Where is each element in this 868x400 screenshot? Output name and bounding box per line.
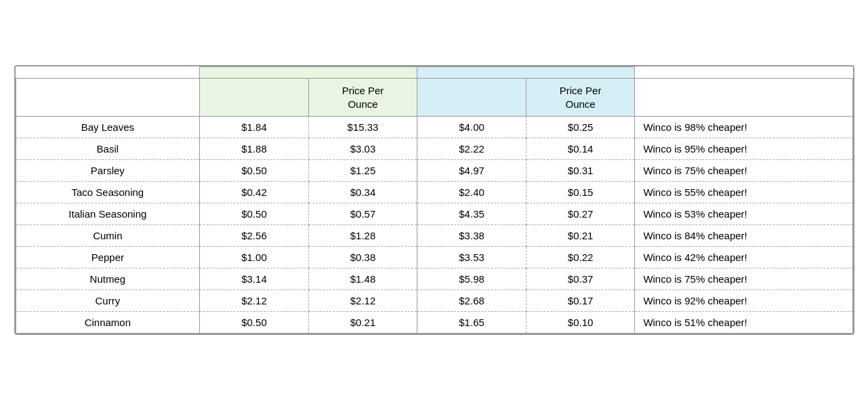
winco-item-price: $2.22: [417, 138, 526, 160]
sub-header-row: Price PerOunce Price PerOunce: [16, 79, 852, 117]
item-name: Nutmeg: [16, 268, 200, 290]
item-name: Taco Seasoning: [16, 182, 200, 203]
winco-ppo: $0.27: [526, 203, 635, 225]
pct-diff-value: Winco is 95% cheaper!: [635, 138, 852, 160]
winco-ppo: $0.14: [526, 138, 635, 160]
item-name: Basil: [16, 138, 200, 160]
pct-diff-value: Winco is 53% cheaper!: [635, 203, 852, 225]
winco-ppo: $0.25: [526, 117, 635, 138]
empty-header-right: [635, 67, 852, 79]
winco-ppo: $0.31: [526, 160, 635, 182]
walmart-ppo: $2.12: [308, 290, 417, 312]
walmart-item-price: $0.50: [200, 312, 309, 334]
table-row: Pepper$1.00$0.38$3.53$0.22Winco is 42% c…: [16, 247, 852, 268]
walmart-item-price: $2.12: [200, 290, 309, 312]
table-row: Taco Seasoning$0.42$0.34$2.40$0.15Winco …: [16, 182, 852, 203]
item-name: Bay Leaves: [16, 117, 200, 138]
walmart-ppo: $1.28: [308, 225, 417, 247]
winco-ppo: $0.22: [526, 247, 635, 268]
item-name: Curry: [16, 290, 200, 312]
walmart-item-price: $1.00: [200, 247, 309, 268]
winco-ppo: $0.37: [526, 268, 635, 290]
walmart-item-price: $0.50: [200, 203, 309, 225]
winco-item-price: $1.65: [417, 312, 526, 334]
walmart-ppo: $1.25: [308, 160, 417, 182]
walmart-item-price: $0.42: [200, 182, 309, 203]
walmart-item-price: $1.84: [200, 117, 309, 138]
item-name: Parsley: [16, 160, 200, 182]
winco-item-price: $2.68: [417, 290, 526, 312]
walmart-item-price: $2.56: [200, 225, 309, 247]
walmart-item-price-header: [200, 79, 309, 117]
table-row: Cumin$2.56$1.28$3.38$0.21Winco is 84% ch…: [16, 225, 852, 247]
pct-diff-value: Winco is 84% cheaper!: [635, 225, 852, 247]
pct-difference-header: [635, 79, 852, 117]
walmart-ppo: $0.34: [308, 182, 417, 203]
winco-item-price: $2.40: [417, 182, 526, 203]
pct-diff-value: Winco is 55% cheaper!: [635, 182, 852, 203]
winco-ppo: $0.17: [526, 290, 635, 312]
winco-item-price: $4.35: [417, 203, 526, 225]
comparison-table-wrapper: Price PerOunce Price PerOunce Bay Leaves…: [14, 65, 854, 335]
walmart-ppo: $15.33: [308, 117, 417, 138]
winco-ppo-header: Price PerOunce: [526, 79, 635, 117]
pct-diff-value: Winco is 98% cheaper!: [635, 117, 852, 138]
winco-ppo: $0.10: [526, 312, 635, 334]
walmart-item-price: $0.50: [200, 160, 309, 182]
walmart-item-price: $3.14: [200, 268, 309, 290]
winco-item-price: $4.97: [417, 160, 526, 182]
pct-diff-value: Winco is 75% cheaper!: [635, 160, 852, 182]
item-name: Italian Seasoning: [16, 203, 200, 225]
pct-diff-value: Winco is 75% cheaper!: [635, 268, 852, 290]
table-body: Bay Leaves$1.84$15.33$4.00$0.25Winco is …: [16, 117, 852, 334]
table-row: Bay Leaves$1.84$15.33$4.00$0.25Winco is …: [16, 117, 852, 138]
empty-header-left: [16, 67, 200, 79]
table-row: Parsley$0.50$1.25$4.97$0.31Winco is 75% …: [16, 160, 852, 182]
walmart-ppo-header: Price PerOunce: [308, 79, 417, 117]
table-row: Nutmeg$3.14$1.48$5.98$0.37Winco is 75% c…: [16, 268, 852, 290]
item-name: Cumin: [16, 225, 200, 247]
pct-diff-value: Winco is 92% cheaper!: [635, 290, 852, 312]
pct-diff-value: Winco is 42% cheaper!: [635, 247, 852, 268]
winco-ppo: $0.21: [526, 225, 635, 247]
item-column-header: [16, 79, 200, 117]
comparison-table: Price PerOunce Price PerOunce Bay Leaves…: [16, 66, 853, 334]
table-row: Cinnamon$0.50$0.21$1.65$0.10Winco is 51%…: [16, 312, 852, 334]
winco-item-price: $4.00: [417, 117, 526, 138]
walmart-ppo: $3.03: [308, 138, 417, 160]
winco-ppo: $0.15: [526, 182, 635, 203]
walmart-ppo: $0.57: [308, 203, 417, 225]
walmart-item-price: $1.88: [200, 138, 309, 160]
walmart-header: [200, 67, 417, 79]
winco-item-price-header: [417, 79, 526, 117]
winco-item-price: $3.53: [417, 247, 526, 268]
winco-item-price: $3.38: [417, 225, 526, 247]
item-name: Pepper: [16, 247, 200, 268]
walmart-ppo: $1.48: [308, 268, 417, 290]
winco-item-price: $5.98: [417, 268, 526, 290]
table-row: Basil$1.88$3.03$2.22$0.14Winco is 95% ch…: [16, 138, 852, 160]
pct-diff-value: Winco is 51% cheaper!: [635, 312, 852, 334]
winco-header: [417, 67, 635, 79]
table-row: Curry$2.12$2.12$2.68$0.17Winco is 92% ch…: [16, 290, 852, 312]
walmart-ppo: $0.21: [308, 312, 417, 334]
table-row: Italian Seasoning$0.50$0.57$4.35$0.27Win…: [16, 203, 852, 225]
item-name: Cinnamon: [16, 312, 200, 334]
walmart-ppo: $0.38: [308, 247, 417, 268]
store-header-row: [16, 67, 852, 79]
